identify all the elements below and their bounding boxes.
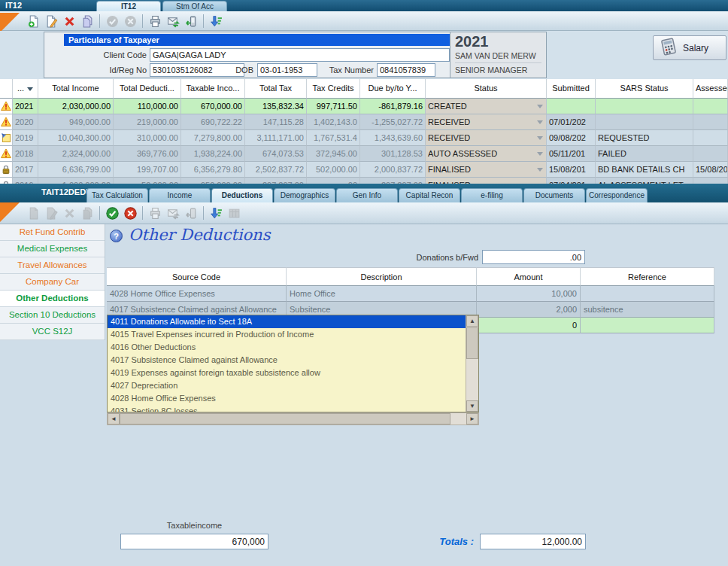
cell-total-income[interactable]: 2,030,000.00: [38, 99, 114, 114]
dropdown-option[interactable]: 4027 Depreciation: [108, 379, 466, 392]
cell-total-tax[interactable]: 3,111,171.00: [245, 130, 307, 146]
cell-total-deductions[interactable]: 369,776.00: [114, 146, 181, 162]
cell-year[interactable]: 2020: [13, 114, 38, 130]
status-dropdown[interactable]: CREATED: [426, 99, 547, 114]
year-row-2018[interactable]: 2018 2,324,000.00 369,776.00 1,938,224.0…: [0, 146, 728, 162]
vertical-scrollbar[interactable]: ▲ ▼: [466, 315, 478, 412]
cell-reference[interactable]: [581, 286, 714, 302]
cell-submitted[interactable]: 07/04/201: [547, 178, 596, 184]
cell-taxable-income[interactable]: 1,938,224.00: [181, 146, 245, 162]
header-total-tax[interactable]: Total Tax: [245, 79, 307, 99]
cell-total-deductions[interactable]: 199,707.00: [114, 162, 181, 178]
dropdown-option[interactable]: 4015 Travel Expenses incurred in Product…: [108, 328, 466, 341]
cell-submitted[interactable]: 05/11/201: [547, 146, 596, 162]
cell-total-tax[interactable]: 147,115.28: [245, 114, 307, 130]
cell-tax-credits[interactable]: 997,711.50: [307, 99, 360, 114]
cell-total-income[interactable]: 1,000,000.00: [38, 178, 114, 184]
cell-total-income[interactable]: 6,636,799.00: [38, 162, 114, 178]
header-status[interactable]: Status: [426, 79, 547, 99]
status-dropdown[interactable]: RECEIVED: [426, 114, 547, 130]
tab-demographics[interactable]: Demographics: [274, 188, 335, 202]
cell-amount[interactable]: 2,000: [477, 302, 581, 318]
cell-total-tax[interactable]: 2,502,837.72: [245, 162, 307, 178]
cell-total-income[interactable]: 2,324,000.00: [38, 146, 114, 162]
scroll-right-icon[interactable]: ►: [466, 413, 478, 424]
cell-year[interactable]: 2016: [13, 178, 38, 184]
year-row-2017[interactable]: 2017 6,636,799.00 199,707.00 6,356,279.8…: [0, 162, 728, 178]
client-code-input[interactable]: [150, 48, 450, 62]
tab-deductions[interactable]: Deductions: [211, 188, 273, 202]
sidebar-item-medical-expenses[interactable]: Medical Expenses: [0, 241, 105, 257]
sort-icon[interactable]: [208, 14, 223, 29]
add-record-icon[interactable]: [26, 14, 41, 29]
header-submitted[interactable]: Submitted: [547, 79, 596, 99]
cell-taxable-income[interactable]: 690,722.22: [181, 114, 245, 130]
sort-icon[interactable]: [208, 205, 223, 221]
cell-due[interactable]: 1,343,639.60: [360, 130, 426, 146]
status-dropdown[interactable]: FINALISED: [426, 178, 547, 184]
cell-year[interactable]: 2017: [13, 162, 38, 178]
tab-it12[interactable]: IT12: [96, 1, 161, 11]
header-taxable-income[interactable]: Taxable Inco...: [181, 79, 245, 99]
header-year-col[interactable]: ...: [13, 79, 38, 99]
cell-total-deductions[interactable]: 219,000.00: [114, 114, 181, 130]
confirm-icon[interactable]: [105, 205, 120, 221]
cell-total-income[interactable]: 10,040,300.00: [38, 130, 114, 146]
cell-total-income[interactable]: 949,000.00: [38, 114, 114, 130]
tab-income[interactable]: Income: [149, 188, 211, 202]
cell-sars-status[interactable]: AL ASSESSMENT LET: [596, 178, 693, 184]
cell-assessed[interactable]: [693, 178, 728, 184]
dropdown-option[interactable]: 4031 Section 8C losses: [108, 405, 466, 412]
header-total-deductions[interactable]: Total Deducti...: [114, 79, 181, 99]
send-to-device-icon[interactable]: [184, 14, 199, 29]
totals-input[interactable]: [480, 534, 586, 549]
dropdown-option[interactable]: 4011 Donations Allowable ito Sect 18A: [108, 315, 466, 328]
cell-year[interactable]: 2019: [13, 130, 38, 146]
sidebar-item-travel-allowances[interactable]: Travel Allowances: [0, 257, 105, 274]
cell-source-code[interactable]: 4028 Home Office Expenses: [107, 286, 287, 302]
status-dropdown[interactable]: RECEIVED: [426, 130, 547, 146]
tax-number-input[interactable]: [377, 63, 435, 77]
year-row-2020[interactable]: 2020 949,000.00 219,000.00 690,722.22 14…: [0, 114, 728, 130]
dropdown-option[interactable]: 4019 Expenses against foreign taxable su…: [108, 367, 466, 379]
cell-tax-credits[interactable]: 1,402,143.0: [307, 114, 360, 130]
horizontal-scrollbar[interactable]: ◄ ►: [107, 412, 479, 425]
header-sars-status[interactable]: SARS Status: [596, 79, 693, 99]
tab-gen-info[interactable]: Gen Info: [336, 188, 398, 202]
donations-bfwd-input[interactable]: [482, 250, 585, 264]
cell-sars-status[interactable]: FAILED: [596, 146, 693, 162]
cell-amount[interactable]: 0: [477, 318, 581, 333]
tab-correspondence[interactable]: Correspondence: [586, 188, 648, 202]
year-row-2016[interactable]: 2016 1,000,000.00 50,000.00 950,000.00 2…: [0, 178, 728, 184]
tab-documents[interactable]: Documents: [523, 188, 585, 202]
cell-total-tax[interactable]: 297,297.00: [245, 178, 307, 184]
cell-amount[interactable]: 10,000: [477, 286, 581, 302]
cell-assessed[interactable]: [693, 99, 728, 114]
status-dropdown[interactable]: AUTO ASSESSED: [426, 146, 547, 162]
cell-tax-credits[interactable]: .00: [307, 178, 360, 184]
filter-arrow-icon[interactable]: [27, 87, 33, 91]
cell-total-deductions[interactable]: 310,000.00: [114, 130, 181, 146]
cell-submitted[interactable]: 07/01/202: [547, 114, 596, 130]
cell-due[interactable]: 301,128.53: [360, 146, 426, 162]
cell-assessed[interactable]: [693, 114, 728, 130]
cell-sars-status[interactable]: BD BANK DETAILS CH: [596, 162, 693, 178]
cell-tax-credits[interactable]: 1,767,531.4: [307, 130, 360, 146]
cell-taxable-income[interactable]: 950,000.00: [181, 178, 245, 184]
tab-capital-recon[interactable]: Capital Recon: [399, 188, 460, 202]
cell-taxable-income[interactable]: 7,279,800.00: [181, 130, 245, 146]
dropdown-option[interactable]: 4016 Other Deductions: [108, 341, 466, 354]
cell-description[interactable]: Home Office: [287, 286, 477, 302]
cell-assessed[interactable]: [693, 130, 728, 146]
cell-total-tax[interactable]: 674,073.53: [245, 146, 307, 162]
cancel-icon[interactable]: [123, 205, 138, 221]
help-icon[interactable]: ?: [110, 230, 123, 242]
cell-taxable-income[interactable]: 670,000.00: [181, 99, 245, 114]
cell-tax-credits[interactable]: 372,945.00: [307, 146, 360, 162]
sidebar-item-section-10-deductions[interactable]: Section 10 Deductions: [0, 307, 105, 324]
taxable-income-input[interactable]: [120, 534, 268, 549]
cell-submitted[interactable]: 15/08/201: [547, 162, 596, 178]
dropdown-option[interactable]: 4017 Subsistence Claimed against Allowan…: [108, 354, 466, 367]
scroll-up-icon[interactable]: ▲: [466, 315, 478, 327]
year-row-2019[interactable]: 2019 10,040,300.00 310,000.00 7,279,800.…: [0, 130, 728, 146]
